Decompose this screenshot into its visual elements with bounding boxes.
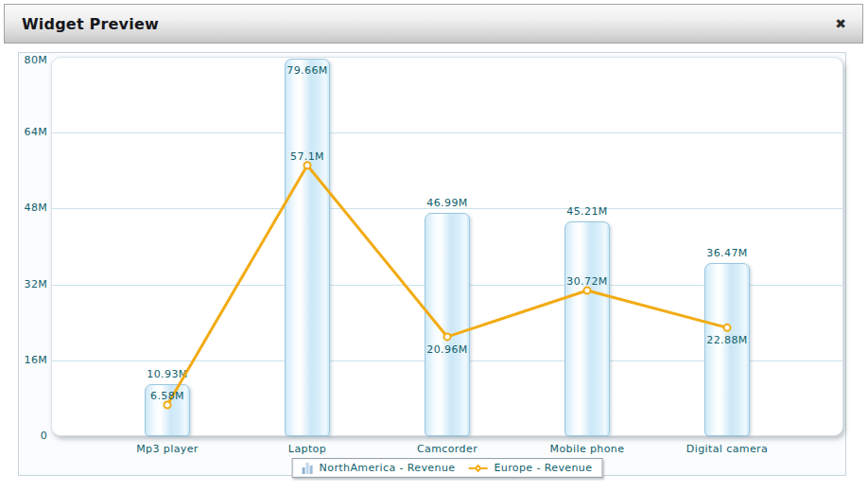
x-axis-label: Mobile phone bbox=[521, 443, 653, 455]
window-title-bar[interactable]: Widget Preview ✖ bbox=[4, 4, 863, 44]
bar[interactable] bbox=[564, 221, 610, 436]
bar[interactable] bbox=[704, 263, 750, 436]
chart-legend: NorthAmerica - RevenueEurope - Revenue bbox=[292, 458, 603, 478]
y-axis-label: 80M bbox=[19, 54, 47, 66]
widget-preview-window: Widget Preview ✖ 016M32M48M64M80M10.93M7… bbox=[0, 0, 868, 492]
bar-value-label: 36.47M bbox=[675, 247, 779, 259]
legend-label: NorthAmerica - Revenue bbox=[320, 462, 456, 474]
line-marker[interactable] bbox=[444, 333, 451, 340]
legend-label: Europe - Revenue bbox=[494, 462, 592, 474]
legend-item[interactable]: Europe - Revenue bbox=[468, 462, 592, 474]
line-marker[interactable] bbox=[584, 288, 591, 294]
x-axis-label: Digital camera bbox=[661, 443, 793, 455]
x-axis-label: Camcorder bbox=[381, 443, 513, 455]
window-title: Widget Preview bbox=[22, 15, 159, 33]
line-value-label: 57.1M bbox=[255, 150, 359, 163]
line-series-icon bbox=[468, 464, 487, 473]
y-axis-label: 48M bbox=[19, 202, 47, 214]
y-axis-label: 0 bbox=[19, 430, 47, 442]
x-axis-label: Laptop bbox=[241, 443, 373, 455]
bar[interactable] bbox=[425, 213, 470, 436]
line-marker[interactable] bbox=[304, 162, 311, 168]
line-marker[interactable] bbox=[165, 402, 171, 409]
line-marker[interactable] bbox=[724, 325, 731, 331]
line-value-label: 22.88M bbox=[675, 334, 779, 346]
bar-value-label: 79.66M bbox=[255, 64, 359, 77]
bar-value-label: 10.93M bbox=[115, 368, 219, 380]
x-axis-label: Mp3 player bbox=[101, 443, 234, 455]
bar-value-label: 46.99M bbox=[395, 197, 499, 209]
close-icon[interactable]: ✖ bbox=[828, 5, 853, 43]
gridline bbox=[52, 132, 842, 133]
y-axis-label: 16M bbox=[19, 354, 47, 366]
y-axis-label: 64M bbox=[19, 126, 47, 138]
line-value-label: 30.72M bbox=[535, 275, 639, 288]
line-value-label: 20.96M bbox=[395, 343, 499, 356]
y-axis-label: 32M bbox=[19, 278, 47, 290]
legend-item[interactable]: NorthAmerica - Revenue bbox=[303, 462, 456, 474]
bar-series-icon bbox=[303, 462, 313, 474]
bar[interactable] bbox=[285, 59, 330, 436]
bar-value-label: 45.21M bbox=[535, 205, 639, 218]
line-value-label: 6.58M bbox=[115, 390, 219, 402]
chart-panel: 016M32M48M64M80M10.93M79.66M46.99M45.21M… bbox=[18, 52, 846, 476]
